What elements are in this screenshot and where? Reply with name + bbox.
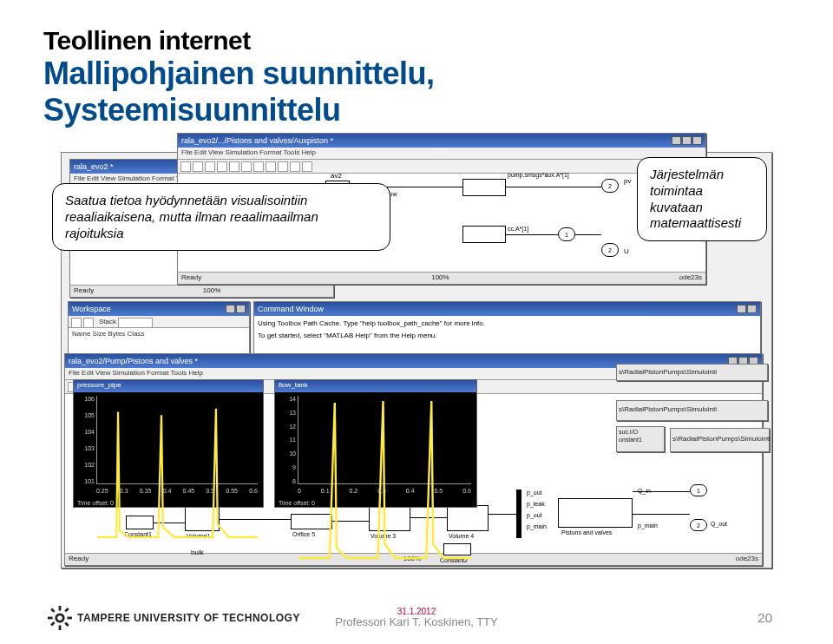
svg-rect-5 bbox=[50, 608, 55, 612]
svg-rect-7 bbox=[64, 608, 69, 612]
block-mux-bar bbox=[516, 490, 521, 538]
cmd-line-2: To get started, select "MATLAB Help" fro… bbox=[258, 332, 757, 340]
callout-left: Saatua tietoa hyödynnetään visualisointi… bbox=[52, 183, 390, 251]
workspace-columns: Name Size Bytes Class bbox=[69, 328, 249, 354]
svg-rect-4 bbox=[67, 617, 72, 620]
label: cc.A*[1] bbox=[508, 226, 528, 232]
block-outport-u: 2 bbox=[601, 243, 619, 257]
callout-right: Järjestelmän toimintaa kuvataan matemaat… bbox=[637, 157, 767, 241]
matlab-workspace-panel: Workspace Stack Name Size Bytes Class bbox=[68, 301, 250, 355]
label: pump.smsgs*aux.A*[1] bbox=[508, 172, 569, 178]
window-title: rala_evo2 * bbox=[74, 162, 114, 171]
footer-author: Professori Kari T. Koskinen, TTY bbox=[335, 616, 497, 628]
status-ready: Ready bbox=[69, 555, 89, 564]
block-outport-1-bottom: 1 bbox=[690, 484, 707, 496]
block-outport-1: 1 bbox=[558, 227, 575, 241]
plot-xlabel: Time offset: 0 bbox=[279, 500, 315, 506]
title-line-1: Teollinen internet bbox=[43, 26, 790, 56]
plot-title: pressure_pipe bbox=[77, 381, 121, 391]
status-ready: Ready bbox=[74, 286, 94, 296]
block-outport-2-bottom: 2 bbox=[690, 519, 707, 531]
toolbar[interactable] bbox=[178, 160, 705, 174]
university-name: TAMPERE UNIVERSITY OF TECHNOLOGY bbox=[77, 612, 300, 624]
path-window-short: suc.I/O onstant1 bbox=[616, 426, 665, 452]
svg-rect-3 bbox=[48, 617, 53, 620]
status-zoom: 100% bbox=[431, 273, 449, 283]
label: pv bbox=[624, 177, 631, 185]
status-zoom: 100% bbox=[203, 286, 220, 296]
plot-title: flow_tank bbox=[279, 381, 308, 391]
screenshot-collage: rala_evo2 * File Edit View Simulation Fo… bbox=[61, 152, 772, 568]
plot-xlabel: Time offset: 0 bbox=[77, 500, 114, 506]
path-window-1: s\RadialPistonPumps\Simulointi bbox=[616, 364, 768, 381]
block-scope bbox=[462, 179, 506, 196]
svg-point-0 bbox=[56, 614, 63, 621]
slide-title-block: Teollinen internet Mallipohjainen suunni… bbox=[43, 26, 790, 128]
block-outport-2: 2 bbox=[601, 179, 619, 193]
status-solver: ode23s bbox=[736, 555, 758, 564]
status-solver: ode23s bbox=[679, 273, 702, 283]
university-logo: TAMPERE UNIVERSITY OF TECHNOLOGY bbox=[48, 606, 300, 630]
block-pistons-and-valves bbox=[558, 498, 633, 528]
window-title: rala_evo2/Pump/Pistons and valves * bbox=[69, 357, 198, 365]
svg-rect-2 bbox=[59, 625, 62, 630]
slide-footer: TAMPERE UNIVERSITY OF TECHNOLOGY 31.1.20… bbox=[0, 607, 833, 628]
label: av2 bbox=[331, 172, 342, 180]
path-window-3: s\RadialPistonPumps\Simulointi bbox=[670, 428, 770, 452]
title-line-3: Systeemisuunnittelu bbox=[43, 92, 790, 128]
status-ready: Ready bbox=[181, 273, 201, 283]
scope-flow-tank: flow_tank 14 13 12 11 10 9 8 0 0.1 0.2 bbox=[274, 379, 477, 508]
label: U bbox=[624, 247, 629, 255]
title-line-2: Mallipohjainen suunnittelu, bbox=[43, 56, 790, 92]
gear-icon bbox=[48, 606, 72, 630]
page-number: 20 bbox=[758, 610, 772, 625]
block-mux bbox=[462, 226, 506, 243]
cmd-line-1: Using Toolbox Path Cache. Type "help too… bbox=[258, 319, 757, 328]
svg-rect-6 bbox=[64, 622, 69, 627]
path-window-2: s\RadialPistonPumps\Simulointi bbox=[616, 400, 768, 421]
window-title: rala_evo2/.../Pistons and valves/Auxpist… bbox=[181, 136, 333, 145]
svg-rect-8 bbox=[50, 621, 55, 626]
menu-bar[interactable]: File Edit View Simulation Format Tools H… bbox=[178, 148, 705, 160]
scope-pressure-pipe: pressure_pipe 106 105 104 103 102 101 0.… bbox=[73, 379, 264, 508]
matlab-command-window: Command Window Using Toolbox Path Cache.… bbox=[253, 301, 761, 355]
svg-rect-1 bbox=[59, 606, 62, 611]
